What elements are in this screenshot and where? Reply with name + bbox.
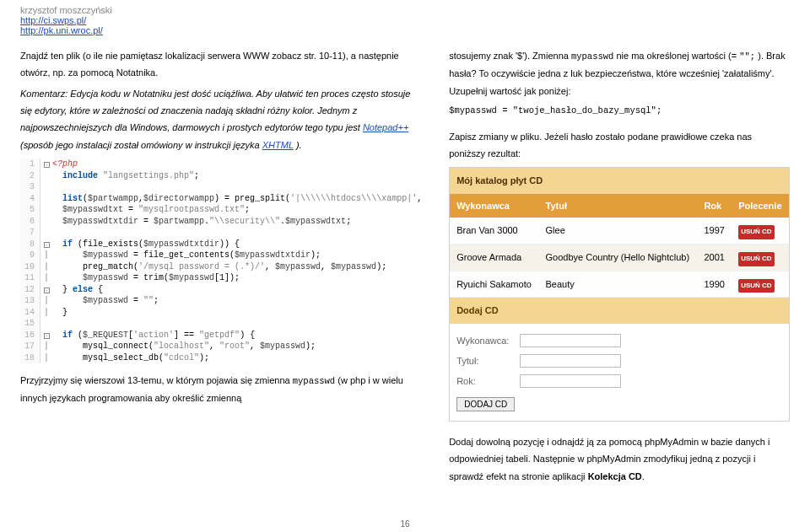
add-cd-form: Wykonawca: Tytuł: Rok: DODAJ CD (450, 324, 789, 421)
table-row: Groove Armada Goodbye Country (Hello Nig… (450, 244, 789, 271)
bold-kolekcja: Kolekcja CD (588, 471, 642, 481)
page-header: krzysztof moszczyński http://ci.swps.pl/… (20, 5, 790, 35)
link-xhtml[interactable]: XHTML (262, 140, 294, 150)
right-column: stosujemy znak '$'). Zmienna mypasswd ni… (449, 47, 790, 488)
link-notepadpp[interactable]: Notepad++ (363, 122, 408, 132)
label-rok: Rok: (456, 373, 517, 390)
add-cd-button[interactable]: DODAJ CD (456, 397, 515, 411)
para-savefile: Zapisz zmiany w pliku. Jeżeli hasło zost… (449, 128, 790, 163)
content-columns: Znajdź ten plik (o ile nie pamiętasz lok… (20, 47, 790, 488)
cd-app-preview: Mój katalog płyt CD Wykonawca Tytuł Rok … (449, 167, 790, 422)
input-wykonawca[interactable] (520, 334, 621, 347)
app-title: Mój katalog płyt CD (450, 168, 789, 193)
col-wykonawca: Wykonawca (450, 194, 538, 218)
input-tytul[interactable] (520, 354, 621, 368)
para-komentarz: Komentarz: Edycja kodu w Notatniku jest … (20, 85, 422, 153)
table-row: Ryuichi Sakamoto Beauty 1990 USUŃ CD (450, 271, 789, 298)
code-assign: $mypasswd = "twoje_hasło_do_bazy_mysql"; (449, 103, 790, 119)
cd-table: Wykonawca Tytuł Rok Polecenie Bran Van 3… (450, 194, 789, 298)
cd-table-header: Wykonawca Tytuł Rok Polecenie (450, 194, 789, 218)
delete-cd-button[interactable]: USUŃ CD (738, 252, 774, 266)
col-polecenie: Polecenie (732, 194, 789, 218)
komentarz-text: Komentarz: Edycja kodu w Notatniku jest … (20, 89, 410, 150)
var-mypasswd: mypasswd (293, 376, 335, 386)
para-dollarsign: stosujemy znak '$'). Zmienna mypasswd ni… (449, 47, 790, 99)
col-rok: Rok (697, 194, 732, 218)
table-row: Bran Van 3000 Glee 1997 USUŃ CD (450, 218, 789, 244)
left-column: Znajdź ten plik (o ile nie pamiętasz lok… (20, 47, 422, 488)
php-codeblock: 1-<?php 2 include "langsettings.php"; 3 … (20, 159, 422, 363)
label-wykonawca: Wykonawca: (456, 332, 517, 349)
header-link-1[interactable]: http://ci.swps.pl/ (20, 15, 86, 25)
label-tytul: Tytuł: (456, 352, 517, 369)
col-tytul: Tytuł (539, 194, 698, 218)
header-link-2[interactable]: http://pk.uni.wroc.pl/ (20, 25, 103, 35)
delete-cd-button[interactable]: USUŃ CD (738, 279, 774, 293)
delete-cd-button[interactable]: USUŃ CD (738, 225, 774, 239)
author-name: krzysztof moszczyński (20, 5, 790, 15)
input-rok[interactable] (520, 374, 621, 388)
page-number: 16 (0, 519, 810, 529)
para-findfile: Znajdź ten plik (o ile nie pamiętasz lok… (20, 47, 422, 82)
para-line13: Przyjrzyjmy się wierszowi 13-temu, w któ… (20, 372, 422, 407)
add-cd-title: Dodaj CD (450, 298, 789, 323)
para-addentry: Dodaj dowolną pozycję i odnajdź ją za po… (449, 433, 790, 485)
